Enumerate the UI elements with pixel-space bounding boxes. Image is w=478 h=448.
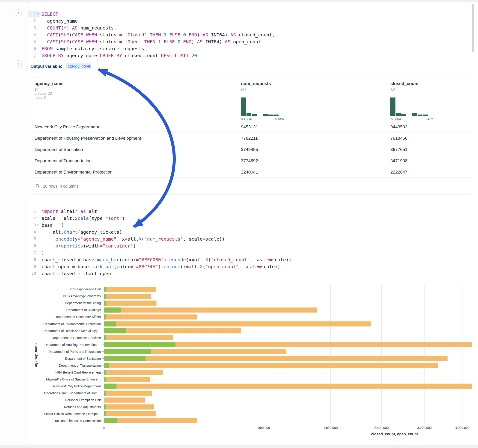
code-line[interactable]: 3> COUNT(*) AS num_requests,: [28, 25, 275, 31]
line-number-gutter: 5>: [28, 236, 40, 243]
code-line[interactable]: 9>chart_open = base.mark_bar(color="#8BC…: [28, 263, 291, 270]
line-number-gutter: 3>: [28, 25, 40, 31]
column-header-num_requests[interactable]: num_requestsi6453,3049.5e6: [241, 81, 340, 121]
table-body: New York City Police Department945313194…: [32, 121, 472, 178]
output-variable-row: Output variable: agency_tickets: [31, 63, 91, 70]
code-line[interactable]: 10>chart_closed + chart_open: [28, 270, 291, 277]
open-count-bar: [104, 294, 106, 299]
python-cell[interactable]: 1>import altair as alt2>scale = alt.Scal…: [28, 208, 291, 277]
column-header-closed_count[interactable]: closed_counti6453,3049.4e6: [390, 81, 472, 121]
text-cursor: [61, 12, 61, 17]
closed-count-bar: [104, 370, 163, 375]
sql-cell[interactable]: 1>SELECT 2> agency_name,3> COUNT(*) AS n…: [28, 11, 275, 59]
line-number-gutter: 6>: [28, 45, 40, 52]
x-tick-label: 1,600,000: [323, 426, 338, 429]
table-cell: 2240041: [241, 166, 258, 178]
closed-count-bar: [104, 363, 438, 368]
table-footer: 20 rows, 4 columns: [32, 178, 472, 194]
table-cell: 3749485: [241, 144, 258, 155]
x-axis-title: closed_count, open_count: [371, 432, 418, 436]
add-cell-button[interactable]: +: [15, 9, 22, 16]
code-line[interactable]: 8>chart_closed = base.mark_bar(color="#F…: [28, 256, 291, 263]
table-cell: Department of Housing Preservation and D…: [35, 132, 141, 144]
result-table: agency_namestrunique: 20nulls: 0num_requ…: [31, 77, 472, 195]
table-cell: Department of Transportation: [35, 155, 92, 166]
code-line[interactable]: 5> .encode(y="agency_name", x=alt.X("num…: [28, 236, 291, 243]
output-variable-label: Output variable:: [31, 64, 62, 69]
closed-count-bar: [104, 384, 472, 389]
table-row[interactable]: Department of Transportation377489234719…: [32, 155, 472, 166]
line-number-gutter: 7>: [28, 52, 40, 59]
page-bottom-strip: [0, 445, 478, 448]
fold-chevron-icon[interactable]: >: [34, 12, 41, 16]
closed-count-bar: [104, 294, 151, 299]
open-count-bar: [104, 384, 116, 389]
y-tick-label: Senior Citizen Rent Increase Exempti…: [44, 412, 101, 416]
closed-count-bar: [104, 287, 156, 292]
table-cell: 2222847: [390, 166, 408, 178]
line-number-gutter: 1>: [28, 208, 40, 215]
closed-count-bar: [104, 377, 150, 382]
code-line[interactable]: 1>SELECT: [28, 11, 275, 18]
scrollbar-thumb[interactable]: [472, 4, 474, 52]
add-cell-button[interactable]: +: [15, 60, 22, 68]
open-count-bar: [104, 370, 106, 375]
fold-chevron-icon[interactable]: >: [34, 223, 41, 227]
code-line[interactable]: 3>base = (: [28, 222, 291, 229]
column-stat: unique: 20: [35, 92, 134, 96]
code-line[interactable]: 6>FROM sample_data.nyc.service_requests: [28, 45, 275, 52]
x-tick-label: 0: [103, 426, 105, 429]
y-tick-label: Personal Exemption Unit: [65, 398, 101, 402]
open-count-bar: [104, 287, 106, 292]
histogram-range-labels: 53,3049.5e6: [241, 117, 284, 121]
column-header-agency_name[interactable]: agency_namestrunique: 20nulls: 0: [35, 81, 134, 100]
x-tick-label: 2,400,000: [374, 426, 389, 429]
y-tick-label: Department for the Aging: [65, 301, 101, 305]
line-number-gutter: 4>: [28, 31, 40, 38]
open-count-bar: [104, 391, 106, 396]
table-row[interactable]: Department of Housing Preservation and D…: [32, 132, 472, 144]
table-cell: Department of Sanitation: [35, 144, 83, 155]
line-number-gutter: 1>: [28, 11, 40, 18]
code-line[interactable]: 6> .properties(width="container"): [28, 243, 291, 249]
code-line[interactable]: 5> CAST(SUM(CASE WHEN status = 'Open' TH…: [28, 38, 275, 45]
code-line[interactable]: 1>import altair as alt: [28, 208, 291, 215]
line-number-gutter: 7>: [28, 249, 40, 256]
closed-count-bar: [104, 335, 173, 340]
table-cell: 3677651: [390, 144, 408, 155]
code-line[interactable]: 2>scale = alt.Scale(type="sqrt"): [28, 215, 291, 222]
closed-count-bar: [104, 391, 152, 396]
code-line[interactable]: 4> alt.Chart(agency_tickets): [28, 229, 291, 236]
search-icon[interactable]: [36, 184, 40, 188]
output-variable-chip[interactable]: agency_tickets: [65, 63, 91, 69]
y-tick-label: New York City Police Department: [53, 384, 101, 388]
row-count-summary: 20 rows, 4 columns: [43, 184, 79, 189]
code-line[interactable]: 7>GROUP BY agency_name ORDER BY closed_c…: [28, 52, 275, 59]
code-line[interactable]: 2> agency_name,: [28, 18, 275, 25]
y-axis-title: agency_name: [34, 342, 38, 367]
line-number-gutter: 5>: [28, 38, 40, 45]
table-cell: 7782211: [241, 132, 258, 144]
line-number-gutter: 9>: [28, 263, 40, 270]
histogram-range-labels: 53,3049.4e6: [390, 117, 433, 121]
line-number-gutter: 4>: [28, 229, 40, 236]
code-line[interactable]: 7>): [28, 249, 291, 256]
open-count-bar: [104, 342, 176, 347]
page-top-strip: [0, 0, 478, 2]
open-count-bar: [104, 404, 106, 410]
x-tick-label: 3,200,000: [417, 426, 432, 429]
y-tick-label: Taxi and Limousine Commission: [54, 419, 101, 423]
open-count-bar: [104, 418, 117, 423]
y-tick-label: Mayorâ€ s Office of Special Enforce…: [46, 378, 101, 381]
table-row[interactable]: Department of Sanitation37494853677651: [32, 144, 472, 155]
table-cell: 3471908: [390, 155, 408, 166]
line-number-gutter: 2>: [28, 18, 40, 25]
code-line[interactable]: 4> CAST(SUM(CASE WHEN status = 'Closed' …: [28, 31, 275, 38]
closed-count-bar: [104, 398, 145, 403]
table-cell: Department of Environmental Protection: [35, 166, 113, 178]
bar-chart: 0800,0001,600,0002,400,0003,200,0004,000…: [28, 283, 478, 445]
table-row[interactable]: Department of Environmental Protection22…: [32, 166, 472, 178]
open-count-bar: [104, 335, 106, 340]
table-row[interactable]: New York City Police Department945313194…: [32, 121, 472, 132]
open-count-bar: [104, 411, 106, 417]
